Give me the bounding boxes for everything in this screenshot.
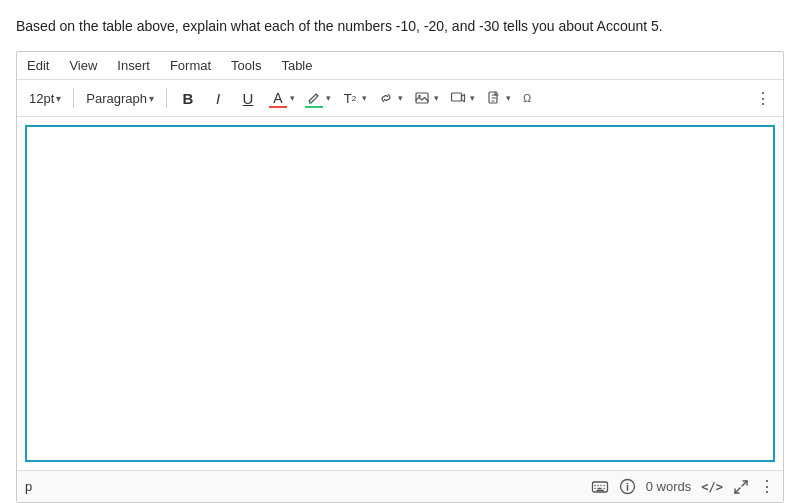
svg-rect-3	[452, 93, 462, 101]
link-icon	[375, 86, 397, 110]
more-options-button[interactable]: ⋮	[751, 86, 775, 110]
document-button[interactable]: ▾	[481, 84, 513, 112]
paragraph-chevron: ▾	[149, 93, 154, 104]
image-icon	[411, 86, 433, 110]
font-size-selector[interactable]: 12pt ▾	[25, 89, 65, 108]
menu-view[interactable]: View	[67, 56, 99, 75]
superscript-icon: T2	[339, 86, 361, 110]
font-size-value: 12pt	[29, 91, 54, 106]
highlight-icon	[303, 86, 325, 110]
superscript-arrow: ▾	[362, 93, 367, 104]
highlight-arrow: ▾	[326, 93, 331, 104]
menu-edit[interactable]: Edit	[25, 56, 51, 75]
status-icons: 0 words </> ⋮	[591, 477, 775, 496]
media-icon	[447, 86, 469, 110]
svg-text:Ω: Ω	[523, 92, 531, 104]
highlight-button[interactable]: ▾	[301, 84, 333, 112]
image-arrow: ▾	[434, 93, 439, 104]
font-color-button[interactable]: A ▾	[265, 84, 297, 112]
editor-container: Edit View Insert Format Tools Table 12pt…	[16, 51, 784, 503]
font-color-arrow: ▾	[290, 93, 295, 104]
keyboard-icon[interactable]	[591, 478, 609, 496]
link-button[interactable]: ▾	[373, 84, 405, 112]
svg-point-2	[418, 95, 420, 97]
menu-format[interactable]: Format	[168, 56, 213, 75]
special-chars-button[interactable]: Ω	[517, 86, 543, 110]
document-arrow: ▾	[506, 93, 511, 104]
underline-button[interactable]: U	[235, 86, 261, 110]
media-button[interactable]: ▾	[445, 84, 477, 112]
menu-insert[interactable]: Insert	[115, 56, 152, 75]
document-icon	[483, 86, 505, 110]
word-count: 0 words	[646, 479, 692, 494]
link-arrow: ▾	[398, 93, 403, 104]
toolbar-divider-2	[166, 88, 167, 108]
svg-point-17	[626, 483, 628, 485]
paragraph-label: Paragraph	[86, 91, 147, 106]
italic-button[interactable]: I	[205, 86, 231, 110]
font-color-icon: A	[267, 86, 289, 110]
superscript-button[interactable]: T2 ▾	[337, 84, 369, 112]
bold-button[interactable]: B	[175, 86, 201, 110]
toolbar-divider-1	[73, 88, 74, 108]
image-button[interactable]: ▾	[409, 84, 441, 112]
paragraph-indicator: p	[25, 479, 32, 494]
menu-bar: Edit View Insert Format Tools Table	[17, 52, 783, 80]
menu-tools[interactable]: Tools	[229, 56, 263, 75]
status-bar: p	[17, 470, 783, 502]
paragraph-selector[interactable]: Paragraph ▾	[82, 89, 158, 108]
code-view-button[interactable]: </>	[701, 480, 723, 494]
media-arrow: ▾	[470, 93, 475, 104]
status-more-button[interactable]: ⋮	[759, 477, 775, 496]
info-icon[interactable]	[619, 478, 636, 495]
expand-button[interactable]	[733, 479, 749, 495]
question-text: Based on the table above, explain what e…	[16, 16, 784, 37]
page-wrapper: Based on the table above, explain what e…	[0, 0, 800, 503]
toolbar: 12pt ▾ Paragraph ▾ B I U A ▾	[17, 80, 783, 117]
menu-table[interactable]: Table	[279, 56, 314, 75]
font-size-chevron: ▾	[56, 93, 61, 104]
editor-area[interactable]	[25, 125, 775, 462]
